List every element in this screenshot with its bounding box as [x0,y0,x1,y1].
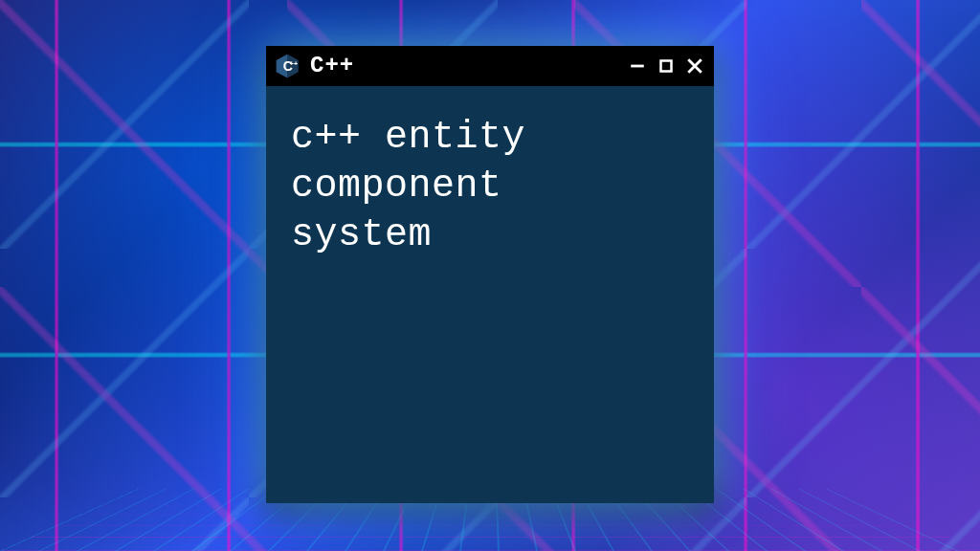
client-area: c++ entity component system [266,86,714,503]
svg-text:+: + [290,60,294,67]
titlebar[interactable]: C + + C++ [266,46,714,86]
minimize-button[interactable] [628,56,647,76]
close-button[interactable] [685,56,704,76]
window-controls [628,56,704,76]
svg-rect-6 [661,61,672,72]
content-text: c++ entity component system [291,113,689,260]
cpp-logo-icon: C + + [274,53,301,79]
app-window: C + + C++ c++ entity component system [266,46,714,503]
maximize-button[interactable] [657,56,676,76]
svg-text:+: + [294,60,298,67]
window-title: C++ [310,53,354,80]
